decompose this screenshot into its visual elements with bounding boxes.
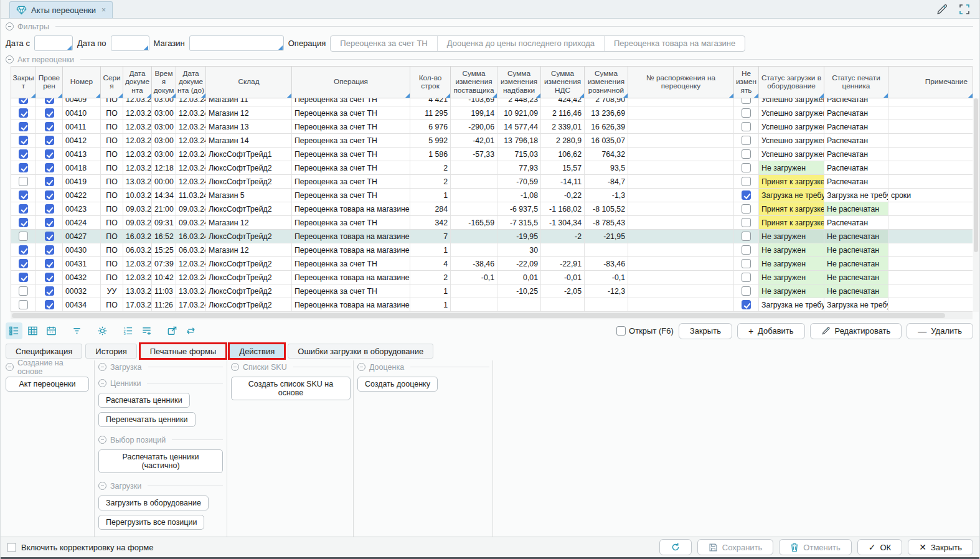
table-row-00419[interactable]: 00419ПО13.03.2400:0012.03.24ЛюксСофтТрей… bbox=[11, 175, 973, 189]
closed-checkbox[interactable] bbox=[19, 204, 28, 214]
close-tab-icon[interactable]: × bbox=[101, 6, 106, 14]
print-pricetags-partial-button[interactable]: Распечатать ценники (частично) bbox=[98, 449, 223, 473]
collapse-icon[interactable] bbox=[98, 482, 106, 490]
table-row-00432[interactable]: 00432ПО12.03.2410:4212.03.24ЛюксСофтТрей… bbox=[11, 271, 973, 284]
no_change-checkbox[interactable] bbox=[742, 232, 751, 241]
table-row-00411[interactable]: 00411ПО12.03.2403:0012.03.24Магазин 13Пе… bbox=[11, 120, 973, 134]
cell-no_change[interactable] bbox=[734, 134, 759, 148]
reload-icon[interactable] bbox=[182, 322, 199, 339]
checked-checkbox[interactable] bbox=[45, 259, 54, 268]
no_change-checkbox[interactable] bbox=[742, 122, 751, 131]
closed-checkbox[interactable] bbox=[19, 218, 28, 227]
cell-closed[interactable] bbox=[11, 175, 36, 189]
operation-filter-tn-button[interactable]: Переоценка за счет ТН bbox=[331, 36, 437, 51]
table-row-00431[interactable]: 00431ПО12.03.2407:3912.03.24ЛюксСофтТрей… bbox=[11, 257, 973, 271]
cell-closed[interactable] bbox=[11, 189, 36, 202]
edit-pencil-icon[interactable] bbox=[936, 3, 948, 16]
no_change-checkbox[interactable] bbox=[742, 190, 751, 200]
table-row-00410[interactable]: 00410ПО12.03.2403:0012.03.24Магазин 12Пе… bbox=[11, 106, 973, 120]
horizontal-scrollbar-thumb[interactable] bbox=[12, 313, 945, 318]
cell-checked[interactable] bbox=[36, 271, 63, 284]
act-pereocenki-button[interactable]: Акт переоценки bbox=[6, 377, 89, 392]
cell-no_change[interactable] bbox=[734, 148, 759, 161]
column-header-number[interactable]: Номер bbox=[63, 67, 101, 98]
closed-checkbox[interactable] bbox=[19, 286, 28, 296]
collapse-icon[interactable] bbox=[98, 436, 106, 444]
detail-tab-3[interactable]: Печатные формы bbox=[140, 344, 227, 359]
vertical-scrollbar[interactable] bbox=[973, 98, 979, 312]
vertical-scrollbar-thumb[interactable] bbox=[974, 98, 978, 252]
collapse-icon[interactable] bbox=[6, 55, 14, 63]
column-header-order_no[interactable]: № распоряжения на переоценку bbox=[628, 67, 734, 98]
no_change-checkbox[interactable] bbox=[742, 149, 751, 159]
edit-button[interactable]: Редактировать bbox=[810, 323, 902, 339]
checked-checkbox[interactable] bbox=[45, 177, 54, 186]
column-header-note[interactable]: Примечание bbox=[888, 67, 973, 98]
cell-closed[interactable] bbox=[11, 202, 36, 216]
cell-checked[interactable] bbox=[36, 161, 63, 175]
open-f6-checkbox[interactable] bbox=[616, 326, 626, 336]
cell-no_change[interactable] bbox=[734, 298, 759, 312]
cell-no_change[interactable] bbox=[734, 98, 759, 106]
cell-checked[interactable] bbox=[36, 120, 63, 134]
cell-closed[interactable] bbox=[11, 257, 36, 271]
closed-checkbox[interactable] bbox=[19, 149, 28, 159]
cell-closed[interactable] bbox=[11, 230, 36, 243]
cell-checked[interactable] bbox=[36, 175, 63, 189]
cell-no_change[interactable] bbox=[734, 243, 759, 257]
no_change-checkbox[interactable] bbox=[742, 218, 751, 227]
checked-checkbox[interactable] bbox=[45, 122, 54, 131]
closed-checkbox[interactable] bbox=[19, 300, 28, 309]
table-row-00430[interactable]: 00430ПО06.03.2415:2506.03.24Магазин 12Пе… bbox=[11, 243, 973, 257]
no_change-checkbox[interactable] bbox=[742, 259, 751, 268]
checked-checkbox[interactable] bbox=[45, 232, 54, 241]
cell-no_change[interactable] bbox=[734, 216, 759, 230]
collapse-icon[interactable] bbox=[98, 379, 106, 387]
no_change-checkbox[interactable] bbox=[742, 300, 751, 309]
create-sku-list-button[interactable]: Создать список SKU на основе bbox=[231, 377, 351, 400]
column-header-checked[interactable]: Проверен bbox=[36, 67, 63, 98]
table-row-00422[interactable]: 00422ПО10.03.2414:3411.03.24Магазин 5Пер… bbox=[11, 189, 973, 202]
print-pricetags-button[interactable]: Распечатать ценники bbox=[98, 393, 190, 408]
no_change-checkbox[interactable] bbox=[742, 108, 751, 118]
close-form-button[interactable]: ✕Закрыть bbox=[908, 539, 973, 555]
cell-no_change[interactable] bbox=[734, 175, 759, 189]
reload-all-positions-button[interactable]: Перегрузить все позиции bbox=[98, 515, 204, 530]
detail-tab-4[interactable]: Действия bbox=[229, 344, 285, 359]
cell-closed[interactable] bbox=[11, 284, 36, 298]
cell-closed[interactable] bbox=[11, 98, 36, 106]
cell-no_change[interactable] bbox=[734, 257, 759, 271]
operation-filter-store-button[interactable]: Переоценка товара на магазине bbox=[605, 36, 745, 51]
date-from-input[interactable] bbox=[34, 35, 73, 51]
cell-checked[interactable] bbox=[36, 284, 63, 298]
fullscreen-icon[interactable] bbox=[958, 3, 971, 16]
closed-checkbox[interactable] bbox=[19, 122, 28, 131]
collapse-icon[interactable] bbox=[231, 363, 239, 371]
closed-checkbox[interactable] bbox=[19, 177, 28, 186]
column-header-doc_date[interactable]: Дата документа bbox=[123, 67, 152, 98]
calendar-view-icon[interactable] bbox=[43, 322, 60, 339]
checked-checkbox[interactable] bbox=[45, 286, 54, 296]
cell-no_change[interactable] bbox=[734, 284, 759, 298]
table-row-00434[interactable]: 00434ПО17.03.2411:2617.03.24ЛюксСофтТрей… bbox=[11, 298, 973, 312]
no_change-checkbox[interactable] bbox=[742, 177, 751, 186]
numbered-list-icon[interactable]: 123 bbox=[120, 322, 136, 339]
cell-checked[interactable] bbox=[36, 298, 63, 312]
column-header-print_status[interactable]: Статус печати ценника bbox=[824, 67, 888, 98]
closed-checkbox[interactable] bbox=[19, 245, 28, 255]
table-row-00423[interactable]: 00423ПО09.03.2421:0009.03.24ЛюксСофтТрей… bbox=[11, 202, 973, 216]
no_change-checkbox[interactable] bbox=[742, 286, 751, 296]
cell-no_change[interactable] bbox=[734, 120, 759, 134]
table-row-00424[interactable]: 00424ПО09.03.2409:3109.03.24Магазин 12Пе… bbox=[11, 216, 973, 230]
settings-gear-icon[interactable] bbox=[94, 322, 111, 339]
cell-closed[interactable] bbox=[11, 148, 36, 161]
cell-checked[interactable] bbox=[36, 216, 63, 230]
collapse-icon[interactable] bbox=[357, 363, 365, 371]
cell-no_change[interactable] bbox=[734, 161, 759, 175]
no_change-checkbox[interactable] bbox=[742, 245, 751, 255]
no_change-checkbox[interactable] bbox=[742, 136, 751, 145]
cell-closed[interactable] bbox=[11, 243, 36, 257]
load-to-equipment-button[interactable]: Загрузить в оборудование bbox=[98, 496, 209, 510]
cell-no_change[interactable] bbox=[734, 202, 759, 216]
open-in-window-icon[interactable] bbox=[164, 322, 181, 339]
